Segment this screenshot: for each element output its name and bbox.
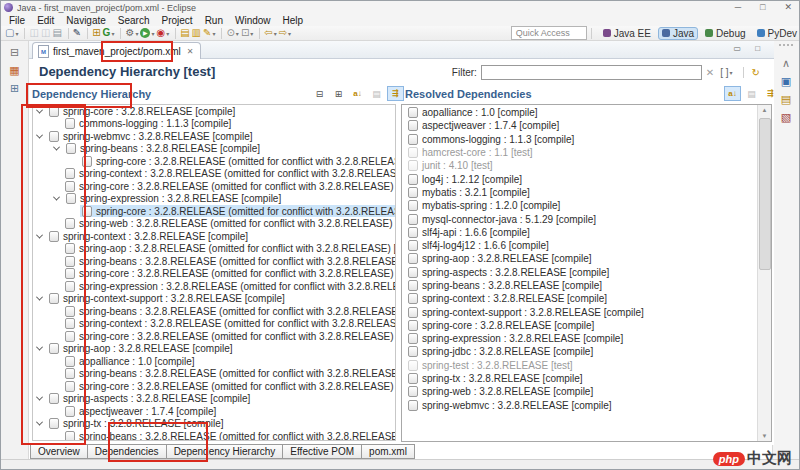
dropdown-arrow-icon[interactable]: ▾: [236, 30, 239, 37]
group-icon[interactable]: ▤: [743, 86, 760, 101]
perspective-pydev[interactable]: PyDev: [753, 27, 800, 40]
external-tools-icon[interactable]: ⚙▾: [125, 27, 138, 40]
menu-search[interactable]: Search: [112, 15, 156, 26]
chevron-down-icon[interactable]: [36, 231, 43, 238]
menu-run[interactable]: Run: [199, 15, 229, 26]
tree-row[interactable]: spring-core : 3.2.8.RELEASE (omitted for…: [33, 330, 395, 343]
perspective-java-ee[interactable]: Java EE: [599, 27, 655, 40]
menu-window[interactable]: Window: [229, 15, 277, 26]
chevron-down-icon[interactable]: [36, 344, 43, 351]
tree-row[interactable]: spring-core : 3.2.8.RELEASE (omitted for…: [33, 268, 395, 281]
open-resource-icon[interactable]: ▥: [192, 27, 201, 40]
chevron-down-icon[interactable]: [53, 194, 60, 201]
list-item[interactable]: mybatis : 3.2.1 [compile]: [402, 186, 758, 199]
profile-icon[interactable]: ◉▾: [156, 27, 169, 40]
list-item[interactable]: slf4j-api : 1.6.6 [compile]: [402, 226, 758, 239]
list-item[interactable]: hamcrest-core : 1.1 [test]: [402, 146, 758, 159]
tree-row[interactable]: spring-context : 3.2.8.RELEASE (omitted …: [33, 168, 395, 181]
tree-row[interactable]: spring-beans : 3.2.8.RELEASE (omitted fo…: [33, 255, 395, 268]
sort-alphabetically-icon[interactable]: a↓: [724, 86, 741, 101]
list-item[interactable]: spring-tx : 3.2.8.RELEASE [compile]: [402, 372, 758, 385]
menu-edit[interactable]: Edit: [31, 15, 60, 26]
dropdown-arrow-icon[interactable]: ▾: [111, 30, 114, 37]
list-item[interactable]: aopalliance : 1.0 [compile]: [402, 106, 758, 119]
list-item[interactable]: spring-web : 3.2.8.RELEASE [compile]: [402, 385, 758, 398]
vertical-scrollbar[interactable]: ▲ ▼: [757, 105, 771, 441]
tree-row[interactable]: spring-core : 3.2.8.RELEASE [compile]: [33, 105, 395, 118]
tree-row[interactable]: spring-core : 3.2.8.RELEASE (omitted for…: [33, 380, 395, 393]
page-tab-overview[interactable]: Overview: [30, 444, 88, 459]
tree-row[interactable]: aopalliance : 1.0 [compile]: [33, 355, 395, 368]
list-item[interactable]: spring-core : 3.2.8.RELEASE [compile]: [402, 319, 758, 332]
tree-row[interactable]: spring-aspects : 3.2.8.RELEASE [compile]: [33, 393, 395, 406]
clear-filter-icon[interactable]: ✕: [706, 66, 714, 79]
chevron-down-icon[interactable]: [36, 106, 43, 113]
tree-row[interactable]: spring-context : 3.2.8.RELEASE (omitted …: [33, 318, 395, 331]
forward-icon[interactable]: ⇨▾: [279, 27, 291, 40]
tree-row[interactable]: spring-aop : 3.2.8.RELEASE (omitted for …: [33, 243, 395, 256]
restore-view-icon[interactable]: ⊟: [7, 46, 23, 58]
dropdown-arrow-icon[interactable]: ▾: [15, 30, 18, 37]
type-hierarchy-icon[interactable]: ⊞: [7, 82, 23, 94]
list-item[interactable]: mybatis-spring : 1.2.0 [compile]: [402, 199, 758, 212]
dropdown-arrow-icon[interactable]: ▾: [135, 30, 138, 37]
print-icon[interactable]: ▤: [52, 27, 61, 40]
dropdown-arrow-icon[interactable]: ▾: [274, 30, 277, 37]
last-edit-icon[interactable]: ⊙▾: [226, 27, 238, 40]
menu-help[interactable]: Help: [277, 15, 310, 26]
list-item[interactable]: spring-context : 3.2.8.RELEASE [compile]: [402, 292, 758, 305]
tree-row[interactable]: spring-beans : 3.2.8.RELEASE (omitted fo…: [33, 430, 395, 441]
menu-project[interactable]: Project: [156, 15, 199, 26]
snippets-icon[interactable]: ▧: [778, 111, 794, 123]
save-all-icon[interactable]: ◫: [41, 27, 50, 40]
tree-row[interactable]: aspectjweaver : 1.7.4 [compile]: [33, 405, 395, 418]
list-item[interactable]: log4j : 1.2.12 [compile]: [402, 172, 758, 185]
tree-row[interactable]: spring-aop : 3.2.8.RELEASE [compile]: [33, 343, 395, 356]
list-item[interactable]: spring-test : 3.2.8.RELEASE [test]: [402, 359, 758, 372]
tree-row[interactable]: spring-web : 3.2.8.RELEASE (omitted for …: [33, 218, 395, 231]
chevron-down-icon[interactable]: [53, 144, 60, 151]
save-icon[interactable]: ◫: [29, 27, 38, 40]
web-browser-icon[interactable]: G▾: [103, 27, 115, 40]
list-item[interactable]: spring-expression : 3.2.8.RELEASE [compi…: [402, 332, 758, 345]
tree-row[interactable]: spring-context : 3.2.8.RELEASE [compile]: [33, 230, 395, 243]
chevron-down-icon[interactable]: [36, 131, 43, 138]
scroll-down-icon[interactable]: ▼: [758, 433, 771, 439]
minimize-icon[interactable]: ─: [735, 3, 741, 12]
new-wizard-icon[interactable]: ▢▾: [5, 27, 18, 40]
tab-close-icon[interactable]: ✕: [187, 47, 194, 56]
link-with-selection-icon[interactable]: ⇶: [762, 86, 779, 101]
close-icon[interactable]: ✕: [784, 3, 792, 12]
tree-row[interactable]: spring-beans : 3.2.8.RELEASE (omitted fo…: [33, 305, 395, 318]
list-item[interactable]: spring-beans : 3.2.8.RELEASE [compile]: [402, 279, 758, 292]
dropdown-arrow-icon[interactable]: ▾: [730, 69, 733, 76]
list-item[interactable]: slf4j-log4j12 : 1.6.6 [compile]: [402, 239, 758, 252]
quick-access-input[interactable]: Quick Access: [511, 26, 587, 40]
open-type-icon[interactable]: ▤: [180, 27, 189, 40]
dropdown-arrow-icon[interactable]: ▾: [212, 30, 215, 37]
tree-row[interactable]: spring-webmvc : 3.2.8.RELEASE [compile]: [33, 130, 395, 143]
new-java-project-icon[interactable]: ⊞: [92, 27, 100, 40]
tree-row[interactable]: spring-tx : 3.2.8.RELEASE [compile]: [33, 418, 395, 431]
tree-row[interactable]: spring-core : 3.2.8.RELEASE (omitted for…: [33, 155, 395, 168]
list-item[interactable]: mysql-connector-java : 5.1.29 [compile]: [402, 212, 758, 225]
tree-row[interactable]: spring-core : 3.2.8.RELEASE (omitted for…: [33, 180, 395, 193]
list-item[interactable]: commons-logging : 1.1.3 [compile]: [402, 133, 758, 146]
page-tab-pom-xml[interactable]: pom.xml: [361, 444, 415, 459]
page-tab-dependencies[interactable]: Dependencies: [87, 444, 167, 459]
run-icon[interactable]: ▶▾: [140, 27, 154, 40]
link-with-selection-icon[interactable]: ⇶: [387, 86, 404, 101]
pin-editor-icon[interactable]: ⊡▾: [241, 27, 253, 40]
tree-row[interactable]: spring-core : 3.2.8.RELEASE (omitted for…: [33, 205, 395, 218]
chevron-down-icon[interactable]: [36, 294, 43, 301]
outline-icon[interactable]: ▣: [778, 75, 794, 87]
perspective-java[interactable]: Java: [658, 27, 698, 40]
chevron-down-icon[interactable]: [36, 419, 43, 426]
list-item[interactable]: spring-jdbc : 3.2.8.RELEASE [compile]: [402, 345, 758, 358]
perspective-debug[interactable]: Debug: [701, 27, 749, 40]
menu-file[interactable]: File: [3, 15, 31, 26]
tree-row[interactable]: spring-expression : 3.2.8.RELEASE [compi…: [33, 193, 395, 206]
dropdown-arrow-icon[interactable]: ▾: [288, 30, 291, 37]
tree-row[interactable]: spring-beans : 3.2.8.RELEASE [compile]: [33, 143, 395, 156]
list-item[interactable]: spring-context-support : 3.2.8.RELEASE […: [402, 305, 758, 318]
